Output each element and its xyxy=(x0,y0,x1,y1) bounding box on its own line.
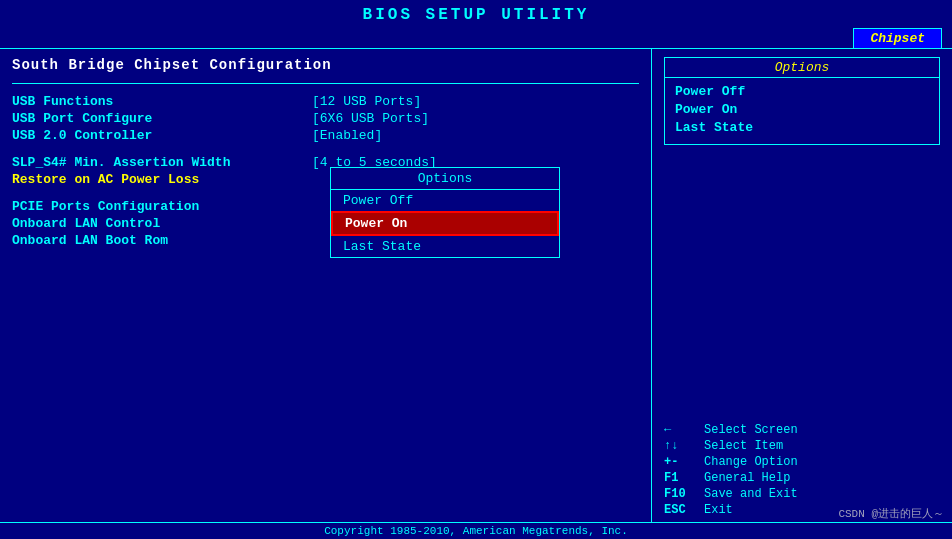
usb-controller-label: USB 2.0 Controller xyxy=(12,128,312,143)
pcie-label: PCIE Ports Configuration xyxy=(12,199,312,214)
key-select-screen-desc: Select Screen xyxy=(704,423,798,437)
section-title: South Bridge Chipset Configuration xyxy=(12,57,639,73)
left-panel: South Bridge Chipset Configuration USB F… xyxy=(0,49,652,527)
onboard-lan-label: Onboard LAN Control xyxy=(12,216,312,231)
option-last-state: Last State xyxy=(675,120,929,135)
restore-ac-label: Restore on AC Power Loss xyxy=(12,172,312,187)
slp-label: SLP_S4# Min. Assertion Width xyxy=(12,155,312,170)
tab-chipset[interactable]: Chipset xyxy=(853,28,942,48)
key-f1: F1 General Help xyxy=(664,471,940,485)
key-arrow: ← xyxy=(664,423,704,437)
onboard-lan-boot-label: Onboard LAN Boot Rom xyxy=(12,233,312,248)
key-select-screen: ← Select Screen xyxy=(664,423,940,437)
spacer xyxy=(664,157,940,423)
key-plusminus: +- xyxy=(664,455,704,469)
key-f1-desc: General Help xyxy=(704,471,790,485)
key-updown: ↑↓ xyxy=(664,439,704,453)
usb-config-group: USB Functions [12 USB Ports] USB Port Co… xyxy=(12,94,639,143)
usb-controller-row: USB 2.0 Controller [Enabled] xyxy=(12,128,639,143)
usb-port-configure-label: USB Port Configure xyxy=(12,111,312,126)
watermark: CSDN @进击的巨人～ xyxy=(838,506,944,521)
usb-functions-label: USB Functions xyxy=(12,94,312,109)
key-select-item: ↑↓ Select Item xyxy=(664,439,940,453)
key-esc-desc: Exit xyxy=(704,503,733,517)
key-f1-name: F1 xyxy=(664,471,704,485)
key-f10-desc: Save and Exit xyxy=(704,487,798,501)
key-f10: F10 Save and Exit xyxy=(664,487,940,501)
option-power-off: Power Off xyxy=(675,84,929,99)
options-content: Power Off Power On Last State xyxy=(665,78,939,144)
dropdown-title: Options xyxy=(331,168,559,190)
dropdown-item-last-state[interactable]: Last State xyxy=(331,236,559,257)
usb-port-configure-value: [6X6 USB Ports] xyxy=(312,111,429,126)
key-change-option: +- Change Option xyxy=(664,455,940,469)
options-title: Options xyxy=(665,58,939,78)
usb-functions-row: USB Functions [12 USB Ports] xyxy=(12,94,639,109)
key-select-item-desc: Select Item xyxy=(704,439,783,453)
usb-controller-value: [Enabled] xyxy=(312,128,382,143)
main-content: South Bridge Chipset Configuration USB F… xyxy=(0,48,952,527)
key-esc-name: ESC xyxy=(664,503,704,517)
usb-functions-value: [12 USB Ports] xyxy=(312,94,421,109)
tab-bar: Chipset xyxy=(0,28,952,48)
dropdown-item-power-on[interactable]: Power On xyxy=(331,211,559,236)
key-change-option-desc: Change Option xyxy=(704,455,798,469)
key-f10-name: F10 xyxy=(664,487,704,501)
right-panel: Options Power Off Power On Last State ← … xyxy=(652,49,952,527)
option-power-on: Power On xyxy=(675,102,929,117)
divider xyxy=(12,83,639,84)
key-bindings: ← Select Screen ↑↓ Select Item +- Change… xyxy=(664,423,940,519)
options-box: Options Power Off Power On Last State xyxy=(664,57,940,145)
bios-header: BIOS SETUP UTILITY xyxy=(0,0,952,28)
usb-port-configure-row: USB Port Configure [6X6 USB Ports] xyxy=(12,111,639,126)
dropdown-item-power-off[interactable]: Power Off xyxy=(331,190,559,211)
footer: Copyright 1985-2010, American Megatrends… xyxy=(0,522,952,539)
dropdown-popup: Options Power Off Power On Last State xyxy=(330,167,560,258)
